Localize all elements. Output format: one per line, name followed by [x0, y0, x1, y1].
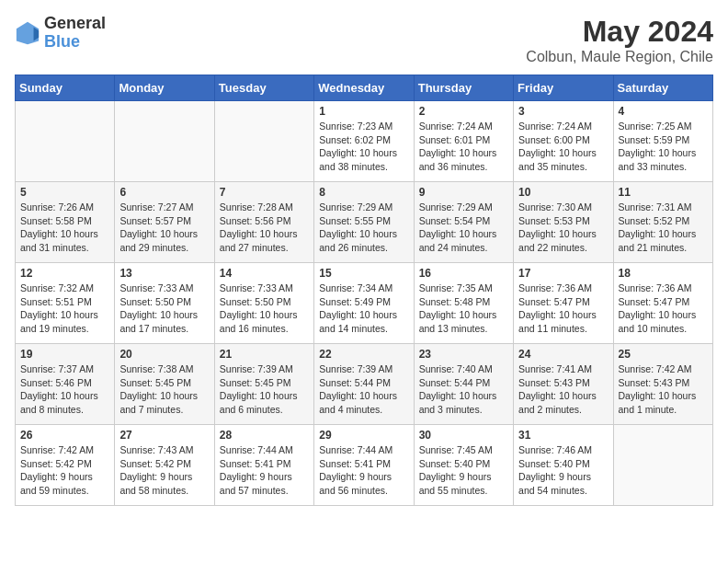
day-info: Sunrise: 7:41 AM Sunset: 5:43 PM Dayligh… [518, 362, 608, 417]
day-info: Sunrise: 7:23 AM Sunset: 6:02 PM Dayligh… [319, 120, 408, 174]
day-number: 8 [319, 186, 408, 199]
calendar-week-row: 5Sunrise: 7:26 AM Sunset: 5:58 PM Daylig… [16, 182, 713, 263]
day-info: Sunrise: 7:28 AM Sunset: 5:56 PM Dayligh… [220, 201, 309, 255]
calendar-cell: 23Sunrise: 7:40 AM Sunset: 5:44 PM Dayli… [414, 344, 513, 425]
calendar-cell: 3Sunrise: 7:24 AM Sunset: 6:00 PM Daylig… [514, 101, 613, 182]
day-info: Sunrise: 7:33 AM Sunset: 5:50 PM Dayligh… [220, 282, 309, 336]
calendar-cell: 1Sunrise: 7:23 AM Sunset: 6:02 PM Daylig… [314, 101, 414, 182]
calendar-week-row: 19Sunrise: 7:37 AM Sunset: 5:46 PM Dayli… [16, 344, 713, 425]
day-number: 24 [518, 348, 608, 361]
day-info: Sunrise: 7:27 AM Sunset: 5:57 PM Dayligh… [119, 201, 209, 255]
day-number: 12 [20, 267, 109, 280]
day-number: 3 [518, 105, 608, 118]
day-number: 27 [119, 429, 209, 442]
day-info: Sunrise: 7:37 AM Sunset: 5:46 PM Dayligh… [20, 362, 109, 417]
day-info: Sunrise: 7:40 AM Sunset: 5:44 PM Dayligh… [419, 362, 508, 417]
calendar-header-row: SundayMondayTuesdayWednesdayThursdayFrid… [16, 75, 713, 101]
calendar-cell: 20Sunrise: 7:38 AM Sunset: 5:45 PM Dayli… [115, 344, 214, 425]
title-block: May 2024 Colbun, Maule Region, Chile [526, 15, 713, 65]
calendar-cell: 2Sunrise: 7:24 AM Sunset: 6:01 PM Daylig… [414, 101, 513, 182]
calendar-week-row: 26Sunrise: 7:42 AM Sunset: 5:42 PM Dayli… [16, 425, 713, 506]
day-info: Sunrise: 7:43 AM Sunset: 5:42 PM Dayligh… [119, 443, 209, 498]
day-info: Sunrise: 7:25 AM Sunset: 5:59 PM Dayligh… [619, 120, 708, 174]
day-info: Sunrise: 7:42 AM Sunset: 5:42 PM Dayligh… [20, 443, 109, 498]
calendar-cell: 21Sunrise: 7:39 AM Sunset: 5:45 PM Dayli… [214, 344, 313, 425]
day-number: 2 [419, 105, 508, 118]
day-number: 7 [220, 186, 309, 199]
calendar-day-header: Wednesday [314, 75, 414, 101]
calendar-cell [613, 425, 712, 506]
day-number: 20 [119, 348, 209, 361]
calendar-cell: 25Sunrise: 7:42 AM Sunset: 5:43 PM Dayli… [613, 344, 712, 425]
day-number: 14 [220, 267, 309, 280]
calendar-cell: 29Sunrise: 7:44 AM Sunset: 5:41 PM Dayli… [314, 425, 414, 506]
calendar-cell: 4Sunrise: 7:25 AM Sunset: 5:59 PM Daylig… [613, 101, 712, 182]
day-info: Sunrise: 7:39 AM Sunset: 5:45 PM Dayligh… [220, 362, 309, 417]
day-number: 15 [319, 267, 408, 280]
day-number: 23 [419, 348, 508, 361]
calendar-day-header: Sunday [16, 75, 115, 101]
day-number: 1 [319, 105, 408, 118]
calendar-subtitle: Colbun, Maule Region, Chile [526, 49, 713, 65]
calendar-cell: 30Sunrise: 7:45 AM Sunset: 5:40 PM Dayli… [414, 425, 513, 506]
day-info: Sunrise: 7:24 AM Sunset: 6:01 PM Dayligh… [419, 120, 508, 174]
day-number: 30 [419, 429, 508, 442]
calendar-title: May 2024 [526, 15, 713, 49]
day-info: Sunrise: 7:32 AM Sunset: 5:51 PM Dayligh… [20, 282, 109, 336]
day-info: Sunrise: 7:35 AM Sunset: 5:48 PM Dayligh… [419, 282, 508, 336]
day-number: 28 [220, 429, 309, 442]
calendar-cell: 10Sunrise: 7:30 AM Sunset: 5:53 PM Dayli… [514, 182, 613, 263]
calendar-cell: 13Sunrise: 7:33 AM Sunset: 5:50 PM Dayli… [115, 263, 214, 344]
day-number: 25 [619, 348, 708, 361]
day-number: 21 [220, 348, 309, 361]
calendar-cell: 18Sunrise: 7:36 AM Sunset: 5:47 PM Dayli… [613, 263, 712, 344]
calendar-day-header: Tuesday [214, 75, 313, 101]
day-info: Sunrise: 7:39 AM Sunset: 5:44 PM Dayligh… [319, 362, 408, 417]
day-number: 19 [20, 348, 109, 361]
day-number: 13 [119, 267, 209, 280]
calendar-cell: 19Sunrise: 7:37 AM Sunset: 5:46 PM Dayli… [16, 344, 115, 425]
calendar-body: 1Sunrise: 7:23 AM Sunset: 6:02 PM Daylig… [16, 101, 713, 506]
calendar-cell: 26Sunrise: 7:42 AM Sunset: 5:42 PM Dayli… [16, 425, 115, 506]
day-info: Sunrise: 7:36 AM Sunset: 5:47 PM Dayligh… [518, 282, 608, 336]
day-info: Sunrise: 7:30 AM Sunset: 5:53 PM Dayligh… [518, 201, 608, 255]
day-info: Sunrise: 7:31 AM Sunset: 5:52 PM Dayligh… [619, 201, 708, 255]
calendar-cell: 6Sunrise: 7:27 AM Sunset: 5:57 PM Daylig… [115, 182, 214, 263]
calendar-day-header: Saturday [613, 75, 712, 101]
calendar-cell: 14Sunrise: 7:33 AM Sunset: 5:50 PM Dayli… [214, 263, 313, 344]
calendar-cell: 9Sunrise: 7:29 AM Sunset: 5:54 PM Daylig… [414, 182, 513, 263]
day-info: Sunrise: 7:42 AM Sunset: 5:43 PM Dayligh… [619, 362, 708, 417]
day-info: Sunrise: 7:29 AM Sunset: 5:54 PM Dayligh… [419, 201, 508, 255]
calendar-cell: 22Sunrise: 7:39 AM Sunset: 5:44 PM Dayli… [314, 344, 414, 425]
day-number: 26 [20, 429, 109, 442]
logo: General Blue [15, 15, 106, 52]
day-number: 17 [518, 267, 608, 280]
calendar-cell: 11Sunrise: 7:31 AM Sunset: 5:52 PM Dayli… [613, 182, 712, 263]
calendar-cell: 7Sunrise: 7:28 AM Sunset: 5:56 PM Daylig… [214, 182, 313, 263]
day-info: Sunrise: 7:46 AM Sunset: 5:40 PM Dayligh… [518, 443, 608, 498]
day-number: 9 [419, 186, 508, 199]
day-info: Sunrise: 7:38 AM Sunset: 5:45 PM Dayligh… [119, 362, 209, 417]
day-number: 31 [518, 429, 608, 442]
logo-icon [15, 20, 40, 46]
calendar-cell [115, 101, 214, 182]
calendar-day-header: Friday [514, 75, 613, 101]
day-number: 4 [619, 105, 708, 118]
day-number: 11 [619, 186, 708, 199]
day-info: Sunrise: 7:29 AM Sunset: 5:55 PM Dayligh… [319, 201, 408, 255]
page-header: General Blue May 2024 Colbun, Maule Regi… [15, 15, 713, 65]
day-number: 16 [419, 267, 508, 280]
calendar-cell: 31Sunrise: 7:46 AM Sunset: 5:40 PM Dayli… [514, 425, 613, 506]
calendar-cell: 5Sunrise: 7:26 AM Sunset: 5:58 PM Daylig… [16, 182, 115, 263]
calendar-cell: 15Sunrise: 7:34 AM Sunset: 5:49 PM Dayli… [314, 263, 414, 344]
day-number: 10 [518, 186, 608, 199]
calendar-cell: 27Sunrise: 7:43 AM Sunset: 5:42 PM Dayli… [115, 425, 214, 506]
calendar-cell: 17Sunrise: 7:36 AM Sunset: 5:47 PM Dayli… [514, 263, 613, 344]
calendar-cell [16, 101, 115, 182]
day-info: Sunrise: 7:36 AM Sunset: 5:47 PM Dayligh… [619, 282, 708, 336]
calendar-cell [214, 101, 313, 182]
calendar-cell: 28Sunrise: 7:44 AM Sunset: 5:41 PM Dayli… [214, 425, 313, 506]
calendar-day-header: Thursday [414, 75, 513, 101]
day-info: Sunrise: 7:24 AM Sunset: 6:00 PM Dayligh… [518, 120, 608, 174]
day-info: Sunrise: 7:26 AM Sunset: 5:58 PM Dayligh… [20, 201, 109, 255]
